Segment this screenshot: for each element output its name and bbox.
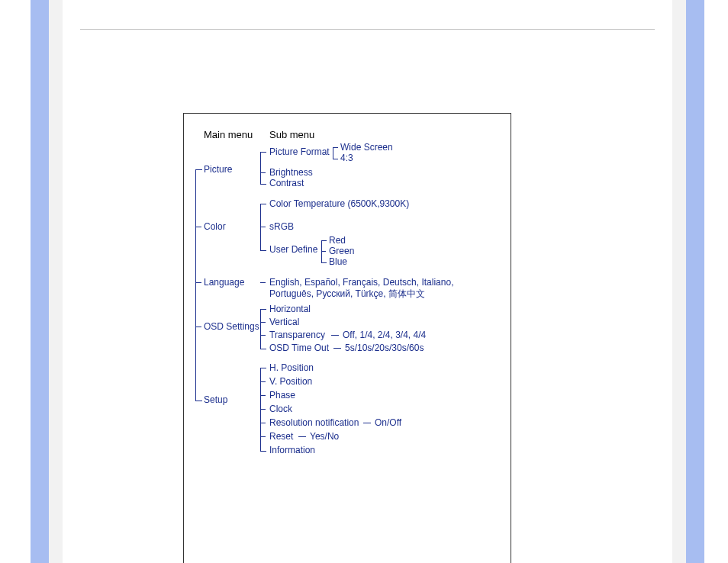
osd-timeout: OSD Time Out: [269, 343, 329, 354]
right-accent-stripe: [686, 0, 704, 563]
osd-transparency-opts: Off, 1/4, 2/4, 3/4, 4/4: [343, 330, 426, 341]
userdefine-tick-green: [321, 251, 326, 252]
document-sheet: Main menu Sub menu Picture Color Languag…: [63, 0, 672, 563]
color-tick-srgb: [260, 227, 266, 227]
language-list: English, Español, Français, Deutsch, Ita…: [269, 277, 498, 300]
osd-horizontal: Horizontal: [269, 304, 311, 315]
page-background: Main menu Sub menu Picture Color Languag…: [49, 0, 686, 563]
color-userdefine: User Define: [269, 244, 317, 256]
setup-tick-resnotif: [260, 423, 266, 423]
setup-clock: Clock: [269, 404, 292, 415]
picture-contrast: Contrast: [269, 178, 304, 189]
osd-bracket: [260, 309, 266, 349]
picture-format-43: 4:3: [340, 153, 353, 164]
color-srgb: sRGB: [269, 221, 294, 233]
userdefine-blue: Blue: [329, 256, 347, 268]
osd-tick-transparency: [260, 335, 266, 336]
setup-info: Information: [269, 445, 315, 456]
picture-format-wide: Wide Screen: [340, 142, 393, 153]
setup-hpos: H. Position: [269, 362, 314, 374]
setup-tick-phase: [260, 395, 266, 396]
main-tick-osd: [195, 327, 201, 327]
picture-format-bracket: [333, 147, 338, 159]
menu-tree-frame: Main menu Sub menu Picture Color Languag…: [183, 113, 511, 563]
setup-bracket: [260, 368, 266, 452]
osd-vertical: Vertical: [269, 317, 299, 328]
userdefine-green: Green: [329, 246, 354, 257]
userdefine-bracket: [321, 240, 327, 263]
setup-resnotif: Resolution notification: [269, 417, 359, 429]
osd-tick-vertical: [260, 322, 266, 323]
main-bracket: [195, 169, 202, 401]
setup-reset-dash: [298, 436, 306, 437]
main-item-osd: OSD Settings: [204, 321, 259, 333]
main-item-color: Color: [204, 221, 226, 233]
top-rule: [80, 29, 655, 30]
color-temp: Color Temperature (6500K,9300K): [269, 198, 409, 210]
setup-resnotif-opts: On/Off: [375, 417, 401, 429]
osd-transparency-dash: [331, 335, 339, 336]
picture-format: Picture Format: [269, 146, 330, 158]
color-bracket: [260, 204, 266, 251]
setup-tick-reset: [260, 436, 266, 437]
setup-tick-clock: [260, 409, 266, 410]
setup-reset-opts: Yes/No: [310, 431, 339, 442]
setup-vpos: V. Position: [269, 376, 312, 388]
header-sub-menu: Sub menu: [269, 129, 314, 140]
main-tick-language: [195, 282, 201, 283]
picture-bracket: [260, 152, 266, 185]
picture-brightness: Brightness: [269, 167, 313, 179]
setup-reset: Reset: [269, 431, 293, 442]
main-item-setup: Setup: [204, 394, 227, 406]
osd-timeout-dash: [333, 348, 341, 349]
setup-tick-vpos: [260, 381, 266, 382]
setup-resnotif-dash: [363, 423, 371, 423]
setup-phase: Phase: [269, 390, 295, 401]
picture-tick-brightness: [260, 172, 266, 173]
osd-transparency: Transparency: [269, 330, 325, 341]
header-main-menu: Main menu: [204, 129, 253, 140]
main-item-picture: Picture: [204, 164, 232, 175]
userdefine-red: Red: [329, 235, 346, 246]
main-tick-color: [195, 227, 201, 227]
language-tick: [260, 282, 266, 283]
main-item-language: Language: [204, 277, 244, 288]
osd-timeout-opts: 5s/10s/20s/30s/60s: [345, 343, 424, 354]
left-accent-stripe: [31, 0, 49, 563]
